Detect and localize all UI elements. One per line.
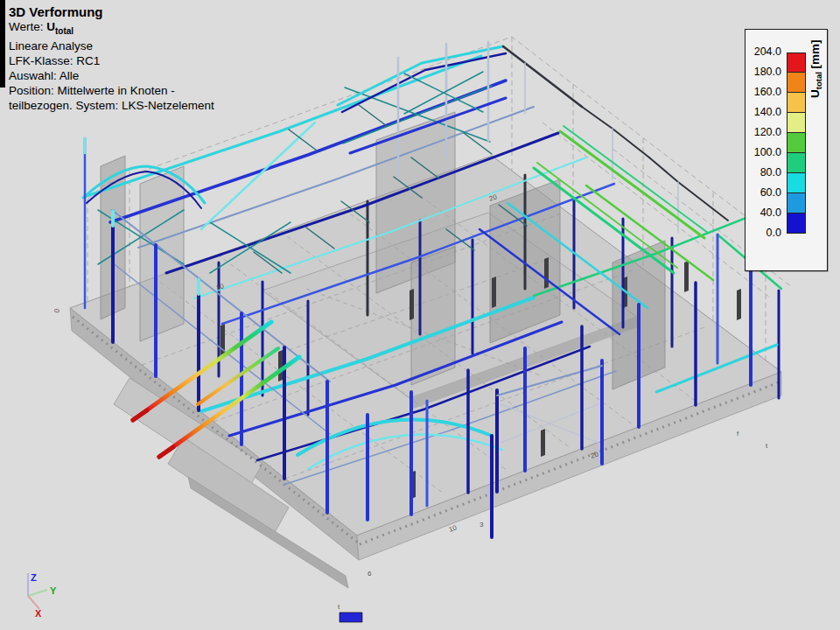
legend-color-segment xyxy=(787,153,806,173)
y-axis-line xyxy=(28,590,47,596)
header-line: Auswahl: Alle xyxy=(9,68,214,83)
legend-tick-label: 40.0 xyxy=(741,206,781,219)
result-header: 3D Verformung Werte: Utotal Lineare Anal… xyxy=(9,4,214,113)
legend-color-segment xyxy=(787,133,806,153)
grid-axis-label: t xyxy=(338,603,340,611)
legend-tick-label: 180.0 xyxy=(741,66,781,78)
grid-axis-label: 6 xyxy=(368,570,372,578)
header-line: Position: Mittelwerte in Knoten - xyxy=(9,83,214,98)
selected-member-marker xyxy=(340,612,362,622)
legend-tick-label: 120.0 xyxy=(741,126,781,138)
y-axis-label: Y xyxy=(50,585,57,596)
grid-axis-label: 0 xyxy=(52,307,61,313)
grid-axis-label: 3 xyxy=(480,521,484,528)
svg-text:Utotal [mm]: Utotal [mm] xyxy=(808,39,823,98)
coordinate-axes-widget: Z Y X xyxy=(5,550,66,620)
grid-axis-label: 10 xyxy=(448,523,458,534)
legend-tick-label: 204.0 xyxy=(741,46,781,58)
viewport-canvas: 01020103620tft 3D Verformung Werte: Utot… xyxy=(0,0,840,630)
legend-color-segment xyxy=(787,173,806,193)
legend-tick-label: 140.0 xyxy=(741,106,781,118)
result-header-lines: Lineare AnalyseLFK-Klasse: RC1Auswahl: A… xyxy=(9,38,214,113)
legend-tick-label: 160.0 xyxy=(741,86,781,98)
header-line: teilbezogen. System: LKS-Netzelement xyxy=(9,98,214,113)
result-title: 3D Verformung xyxy=(9,4,214,19)
legend-tick-label: 0.0 xyxy=(741,227,781,239)
legend-tick-label: 80.0 xyxy=(741,166,781,178)
z-axis-label: Z xyxy=(31,572,37,583)
grid-axis-label: t xyxy=(766,442,768,450)
header-line: Lineare Analyse xyxy=(9,38,214,53)
legend-tick-label: 100.0 xyxy=(741,146,781,158)
x-axis-label: X xyxy=(35,608,42,619)
legend-title: Utotal [mm] xyxy=(802,14,828,110)
legend-color-segment xyxy=(787,214,806,234)
legend-color-segment xyxy=(787,193,806,214)
header-line: LFK-Klasse: RC1 xyxy=(9,53,214,68)
x-axis-line xyxy=(28,596,39,609)
legend-tick-label: 60.0 xyxy=(741,186,781,199)
result-values-line: Werte: Utotal xyxy=(9,19,214,38)
grid-axis-label: f xyxy=(737,430,739,438)
legend-color-segment xyxy=(787,113,806,133)
